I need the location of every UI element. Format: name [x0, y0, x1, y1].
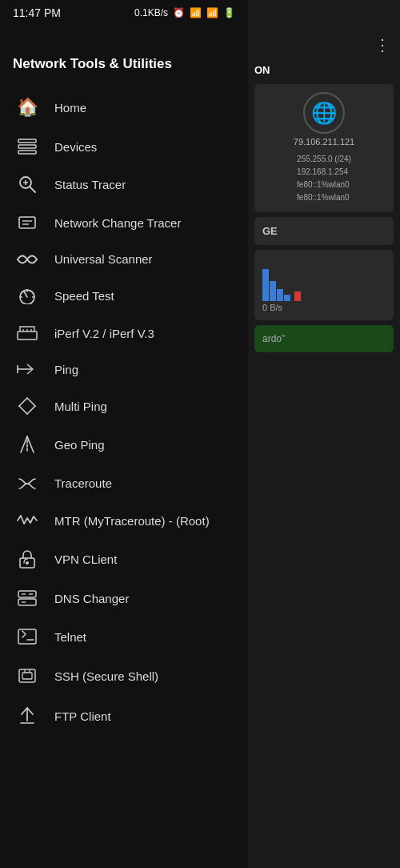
home-icon: 🏠	[16, 97, 38, 118]
devices-icon	[16, 139, 38, 155]
sidebar-item-traceroute[interactable]: Traceroute	[0, 464, 248, 502]
sidebar-item-ssh[interactable]: SSH (Secure Shell)	[0, 656, 248, 696]
ping-label: Ping	[54, 363, 78, 376]
multi-ping-label: Multi Ping	[54, 400, 107, 413]
network-card: 🌐 79.106.211.121 255.255.0 (/24)192.168.…	[254, 84, 394, 212]
ge-card: GE	[254, 217, 394, 245]
status-bar: 11:47 PM 0.1KB/s ⏰ 📶 📶 🔋	[0, 0, 248, 26]
ping-icon	[16, 362, 38, 376]
svg-line-25	[27, 436, 34, 452]
sidebar-item-status-tracer[interactable]: Status Tracer	[0, 165, 248, 203]
svg-rect-29	[18, 591, 36, 597]
speed-chart	[262, 261, 386, 301]
traceroute-icon	[16, 474, 38, 492]
navigation-drawer: 11:47 PM 0.1KB/s ⏰ 📶 📶 🔋 Network Tools &…	[0, 0, 248, 868]
geo-ping-icon	[16, 436, 38, 453]
status-tracer-icon	[16, 175, 38, 193]
green-text: ardo"	[262, 333, 386, 344]
sidebar-item-ftp[interactable]: FTP Client	[0, 696, 248, 736]
ssh-icon	[16, 666, 38, 685]
chart-card: 0 B/s	[254, 250, 394, 320]
mtr-icon	[16, 512, 38, 528]
status-tracer-label: Status Tracer	[54, 178, 126, 191]
sidebar-item-geo-ping[interactable]: Geo Ping	[0, 425, 248, 464]
svg-rect-36	[19, 669, 35, 682]
svg-line-24	[21, 436, 27, 452]
universal-scanner-icon	[16, 253, 38, 266]
speed-value: 0 B/s	[262, 303, 386, 312]
background-content: ⋮ ON 🌐 79.106.211.121 255.255.0 (/24)192…	[248, 0, 400, 868]
globe-icon: 🌐	[303, 92, 345, 134]
svg-line-20	[19, 398, 27, 406]
bg-top-bar: ⋮	[248, 0, 400, 61]
chart-bar	[262, 269, 269, 301]
svg-rect-2	[18, 151, 36, 154]
drawer-header: Network Tools & Utilities	[0, 26, 248, 86]
sidebar-item-telnet[interactable]: Telnet	[0, 617, 248, 656]
svg-rect-37	[22, 673, 32, 679]
sidebar-item-speed-test[interactable]: Speed Test	[0, 276, 248, 315]
svg-line-23	[27, 406, 35, 414]
universal-scanner-label: Universal Scanner	[54, 252, 153, 266]
sidebar-item-mtr[interactable]: MTR (MyTraceroute) - (Root)	[0, 502, 248, 539]
svg-rect-34	[18, 629, 36, 644]
svg-rect-7	[19, 217, 35, 228]
svg-line-22	[19, 406, 27, 414]
svg-rect-30	[18, 599, 36, 605]
iperf-label: iPerf V.2 / iPerf V.3	[54, 327, 154, 340]
sidebar-item-vpn[interactable]: VPN CLient	[0, 539, 248, 579]
vpn-icon	[16, 549, 38, 569]
ip-address: 79.106.211.121	[294, 137, 354, 147]
telnet-icon	[16, 628, 38, 645]
ssh-label: SSH (Secure Shell)	[54, 669, 158, 683]
svg-rect-0	[18, 139, 36, 143]
network-change-tracer-label: Network Change Tracer	[54, 216, 181, 230]
multi-ping-icon	[16, 397, 38, 415]
status-time: 11:47 PM	[13, 6, 61, 19]
speed-test-icon	[16, 287, 38, 304]
network-change-tracer-icon	[16, 214, 38, 231]
dns-changer-label: DNS Changer	[54, 592, 129, 605]
mtr-label: MTR (MyTraceroute) - (Root)	[54, 514, 210, 528]
chart-bar	[270, 281, 276, 301]
svg-point-28	[26, 561, 29, 565]
battery-icon: 🔋	[223, 7, 235, 18]
sidebar-item-home[interactable]: 🏠 Home	[0, 86, 248, 128]
svg-rect-1	[18, 145, 36, 148]
home-label: Home	[54, 101, 86, 115]
svg-line-21	[27, 398, 35, 406]
wifi-icon: 📶	[206, 7, 218, 18]
traceroute-label: Traceroute	[54, 476, 112, 490]
chart-bar	[277, 289, 283, 301]
sidebar-item-iperf[interactable]: iPerf V.2 / iPerf V.3	[0, 315, 248, 352]
geo-ping-label: Geo Ping	[54, 438, 105, 452]
iperf-icon	[16, 325, 38, 341]
alarm-icon: ⏰	[173, 7, 185, 18]
speed-test-label: Speed Test	[54, 289, 114, 303]
more-options-icon[interactable]: ⋮	[374, 35, 390, 54]
drawer-title: Network Tools & Utilities	[13, 56, 235, 80]
svg-line-4	[30, 187, 35, 192]
on-label: ON	[254, 64, 270, 76]
dns-changer-icon	[16, 589, 38, 607]
speed-indicator: 0.1KB/s	[134, 7, 168, 18]
devices-label: Devices	[54, 140, 97, 154]
telnet-label: Telnet	[54, 630, 86, 644]
vpn-label: VPN CLient	[54, 553, 117, 566]
sidebar-item-multi-ping[interactable]: Multi Ping	[0, 387, 248, 425]
ftp-label: FTP Client	[54, 709, 111, 723]
network-info: 255.255.0 (/24)192.168.1.254fe80::1%wlan…	[297, 153, 351, 204]
nav-list: 🏠 Home Devices	[0, 86, 248, 868]
chart-bar-red	[294, 291, 301, 301]
sidebar-item-network-change-tracer[interactable]: Network Change Tracer	[0, 203, 248, 242]
sidebar-item-ping[interactable]: Ping	[0, 352, 248, 387]
signal-icon: 📶	[190, 7, 202, 18]
sidebar-item-dns-changer[interactable]: DNS Changer	[0, 579, 248, 617]
sidebar-item-devices[interactable]: Devices	[0, 128, 248, 165]
sidebar-item-universal-scanner[interactable]: Universal Scanner	[0, 242, 248, 276]
svg-rect-14	[18, 332, 37, 340]
ge-label: GE	[262, 225, 386, 237]
status-icons: 0.1KB/s ⏰ 📶 📶 🔋	[134, 7, 235, 18]
chart-bar	[284, 295, 290, 301]
green-card: ardo"	[254, 325, 394, 352]
